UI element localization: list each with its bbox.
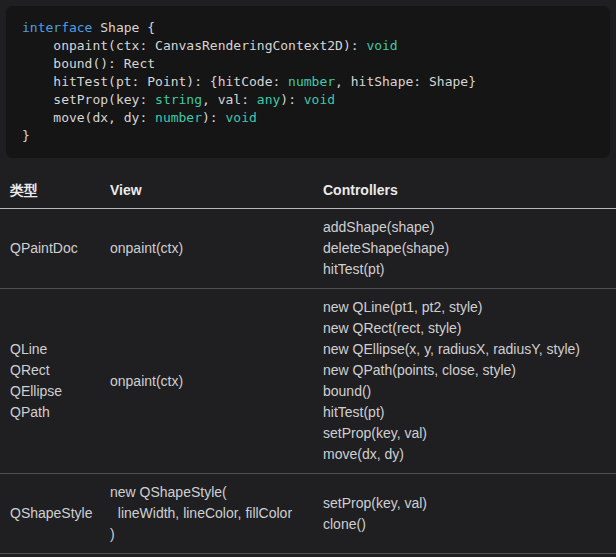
code-token-type: void [226, 110, 257, 125]
code-token-keyword: interface [22, 20, 92, 35]
code-line: } [22, 127, 594, 145]
cell-line: new QRect(rect, style) [323, 318, 612, 339]
code-text: setProp(key: [22, 92, 155, 107]
column-header-type: 类型 [0, 172, 110, 209]
code-line: move(dx, dy: number): void [22, 109, 594, 127]
cell-line: new QLine(pt1, pt2, style) [323, 297, 612, 318]
code-content: interface Shape { onpaint(ctx: CanvasRen… [22, 19, 594, 145]
cell-view: onpaint(ctx) [110, 289, 323, 474]
cell-controllers: addShape(shape)deleteShape(shape)hitTest… [323, 209, 616, 289]
cell-line: QShapeStyle [10, 503, 106, 524]
code-block: interface Shape { onpaint(ctx: CanvasRen… [6, 6, 610, 158]
code-token-type: number [288, 74, 335, 89]
cell-line: QRect [10, 360, 106, 381]
cell-controllers: setProp(key, val)clone() [323, 474, 616, 554]
code-token-type: number [155, 110, 202, 125]
code-text: , val: [202, 92, 257, 107]
cell-line: new QPath(points, close, style) [323, 360, 612, 381]
code-line: hitTest(pt: Point): {hitCode: number, hi… [22, 73, 594, 91]
cell-line: QPaintDoc [10, 238, 106, 259]
cell-line: lineWidth, lineColor, fillColor [110, 503, 319, 524]
code-text: bound(): Rect [22, 56, 155, 71]
cell-view: new QShapeStyle( lineWidth, lineColor, f… [110, 474, 323, 554]
code-token-type: void [366, 38, 397, 53]
cell-line: hitTest(pt) [323, 259, 612, 280]
cell-line: QLine [10, 339, 106, 360]
code-text: ): [202, 110, 225, 125]
code-line: setProp(key: string, val: any): void [22, 91, 594, 109]
code-token-type: any [257, 92, 280, 107]
cell-type: QShapeStyle [0, 474, 110, 554]
cell-line: deleteShape(shape) [323, 238, 612, 259]
cell-line: new QEllipse(x, y, radiusX, radiusY, sty… [323, 339, 612, 360]
cell-line: move(dx, dy) [323, 444, 612, 465]
cell-line: QPath [10, 402, 106, 423]
cell-line: ) [110, 524, 319, 545]
table-row: QLineQRectQEllipseQPathonpaint(ctx)new Q… [0, 289, 616, 474]
cell-line: addShape(shape) [323, 217, 612, 238]
code-text: , hitShape: Shape} [335, 74, 476, 89]
cell-controllers: new QLine(pt1, pt2, style)new QRect(rect… [323, 289, 616, 474]
code-text: move(dx, dy: [22, 110, 155, 125]
cell-line: new QShapeStyle( [110, 482, 319, 503]
api-table-header: 类型 View Controllers [0, 172, 616, 209]
cell-line: setProp(key, val) [323, 423, 612, 444]
api-table-body: QPaintDoconpaint(ctx)addShape(shape)dele… [0, 209, 616, 554]
cell-line: bound() [323, 381, 612, 402]
code-text: onpaint(ctx: CanvasRenderingContext2D): [22, 38, 366, 53]
api-table: 类型 View Controllers QPaintDoconpaint(ctx… [0, 172, 616, 554]
code-token-type: void [304, 92, 335, 107]
cell-line: setProp(key, val) [323, 493, 612, 514]
code-text: Shape { [92, 20, 155, 35]
code-line: onpaint(ctx: CanvasRenderingContext2D): … [22, 37, 594, 55]
table-row: QShapeStylenew QShapeStyle( lineWidth, l… [0, 474, 616, 554]
column-header-view: View [110, 172, 323, 209]
code-line: bound(): Rect [22, 55, 594, 73]
cell-line: clone() [323, 514, 612, 535]
code-line: interface Shape { [22, 19, 594, 37]
code-text: hitTest(pt: Point): {hitCode: [22, 74, 288, 89]
code-text: } [22, 128, 30, 143]
cell-line: hitTest(pt) [323, 402, 612, 423]
code-text: ): [280, 92, 303, 107]
table-row: QPaintDoconpaint(ctx)addShape(shape)dele… [0, 209, 616, 289]
column-header-controllers: Controllers [323, 172, 616, 209]
header-row: 类型 View Controllers [0, 172, 616, 209]
cell-line: onpaint(ctx) [110, 371, 319, 392]
cell-type: QLineQRectQEllipseQPath [0, 289, 110, 474]
cell-type: QPaintDoc [0, 209, 110, 289]
code-token-type: string [155, 92, 202, 107]
cell-line: onpaint(ctx) [110, 238, 319, 259]
cell-line: QEllipse [10, 381, 106, 402]
cell-view: onpaint(ctx) [110, 209, 323, 289]
